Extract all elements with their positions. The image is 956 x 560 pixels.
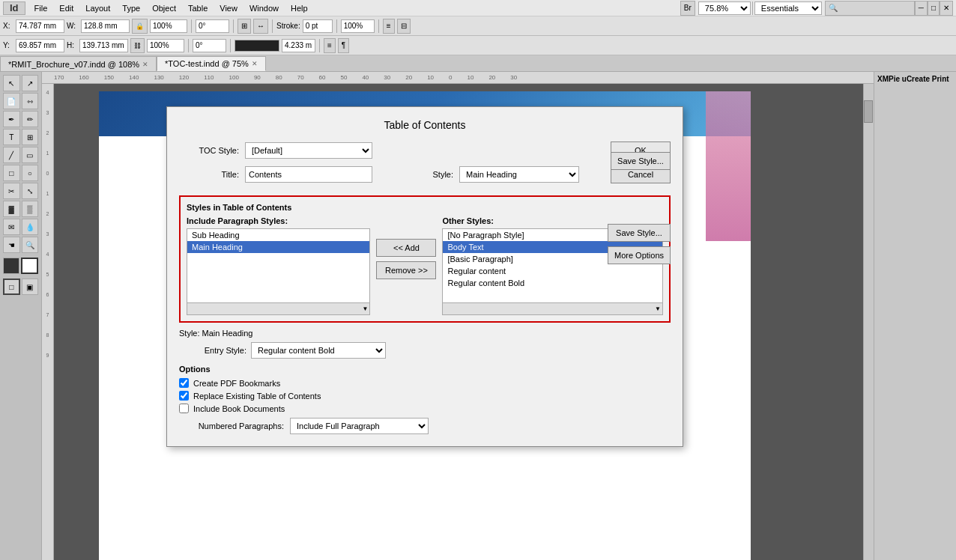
regular-content-item[interactable]: Regular content — [443, 265, 662, 277]
entry-style-row: Entry Style: Regular content Bold Regula… — [179, 342, 671, 359]
stroke-color[interactable] — [21, 258, 38, 274]
tab-brochure-close[interactable]: ✕ — [142, 61, 148, 68]
sub-heading-item[interactable]: Sub Heading — [187, 229, 369, 241]
align-tools[interactable]: ≡ — [383, 19, 395, 34]
maximize-btn[interactable]: □ — [928, 1, 940, 16]
color-row — [3, 258, 38, 274]
more-options-button[interactable]: More Options — [608, 246, 671, 264]
include-book-checkbox[interactable] — [179, 404, 189, 413]
gradient-tool[interactable]: ▓ — [3, 201, 20, 217]
bridge-button[interactable]: Br — [680, 1, 695, 16]
pencil-tool[interactable]: ✏ — [22, 111, 39, 127]
entry-style-select[interactable]: Regular content Bold Regular content Bod… — [251, 342, 386, 359]
ruler-vertical: 43210123456789 — [42, 84, 54, 560]
table-tool[interactable]: ⊞ — [22, 129, 39, 145]
normal-view[interactable]: □ — [3, 279, 20, 295]
other-scroll-arrow[interactable]: ▼ — [655, 305, 661, 312]
create-pdf-checkbox[interactable] — [179, 378, 189, 388]
scale-y-input[interactable] — [147, 39, 184, 52]
include-para-list[interactable]: Sub Heading Main Heading — [187, 228, 370, 303]
main-heading-item[interactable]: Main Heading — [187, 241, 369, 253]
create-pdf-label: Create PDF Bookmarks — [193, 379, 280, 388]
lock-btn[interactable]: 🔒 — [132, 19, 148, 34]
zoom-tool[interactable]: 🔍 — [22, 237, 39, 253]
tab-toc-close[interactable]: ✕ — [252, 60, 258, 67]
scale-x-input[interactable] — [150, 19, 187, 33]
angle1-input[interactable] — [196, 19, 229, 33]
y-input[interactable] — [16, 39, 64, 52]
document-page: Table of Contents TOC Style: [Default] O… — [99, 91, 751, 560]
para-tools[interactable]: ¶ — [338, 38, 349, 53]
stroke-width-input[interactable] — [282, 39, 315, 52]
x-input[interactable] — [16, 19, 64, 33]
canvas-scrollbar-v[interactable] — [863, 84, 874, 560]
distribute-tools[interactable]: ⊟ — [397, 19, 411, 34]
page-tool[interactable]: 📄 — [3, 93, 20, 109]
regular-content-bold-item[interactable]: Regular content Bold — [443, 277, 662, 289]
add-button[interactable]: << Add — [376, 239, 436, 257]
tab-toc[interactable]: *TOC-test.indd @ 75% ✕ — [157, 56, 266, 71]
select-tool[interactable]: ↖ — [3, 75, 20, 91]
preview-view[interactable]: ▣ — [22, 279, 38, 295]
essentials-select[interactable]: Essentials — [754, 1, 822, 15]
sep3 — [272, 19, 273, 33]
menu-type[interactable]: Type — [116, 0, 146, 16]
menu-object[interactable]: Object — [146, 0, 182, 16]
fill-color[interactable] — [3, 258, 19, 274]
zoom-select[interactable]: 75.8% — [698, 1, 751, 15]
constrain-btn[interactable]: ⛓ — [130, 38, 145, 53]
eyedrop-tool[interactable]: 💧 — [22, 219, 39, 235]
close-btn[interactable]: ✕ — [940, 1, 953, 16]
note-tool[interactable]: ✉ — [3, 219, 20, 235]
menu-table[interactable]: Table — [182, 0, 214, 16]
style-select[interactable]: Main Heading — [459, 166, 579, 183]
direct-select-tool[interactable]: ↗ — [22, 75, 39, 91]
add-remove-column: << Add Remove >> — [376, 216, 436, 279]
menu-view[interactable]: View — [214, 0, 243, 16]
replace-existing-checkbox[interactable] — [179, 391, 189, 401]
tool-row-10: ☚ 🔍 — [3, 237, 38, 253]
text-align-tools[interactable]: ≡ — [324, 38, 336, 53]
w-input[interactable] — [81, 19, 130, 33]
scrollbar-thumb-v[interactable] — [864, 100, 873, 123]
opacity-input[interactable] — [341, 19, 375, 33]
menu-file[interactable]: File — [28, 0, 54, 16]
gap-tool[interactable]: ⇿ — [22, 93, 39, 109]
h-input[interactable] — [79, 39, 128, 52]
hand-tool[interactable]: ☚ — [3, 237, 20, 253]
text-tool[interactable]: T — [3, 129, 20, 145]
ellipse-tool[interactable]: ○ — [22, 165, 39, 181]
create-pdf-row: Create PDF Bookmarks — [179, 378, 671, 388]
stroke-input[interactable] — [303, 19, 333, 33]
title-input[interactable] — [245, 166, 372, 183]
scissors-tool[interactable]: ✂ — [3, 183, 20, 199]
scroll-down-arrow[interactable]: ▼ — [363, 305, 369, 312]
flip-h[interactable]: ↔ — [253, 19, 268, 34]
line-tool[interactable]: ╱ — [3, 147, 20, 163]
menu-help[interactable]: Help — [285, 0, 314, 16]
gradient-swatch-tool[interactable]: ▒ — [22, 201, 39, 217]
menu-window[interactable]: Window — [243, 0, 285, 16]
canvas-content: Table of Contents TOC Style: [Default] O… — [54, 84, 874, 560]
minimize-btn[interactable]: ─ — [915, 1, 928, 16]
style-entry-row: Style: Main Heading — [179, 329, 671, 338]
save-style-button-2[interactable]: Save Style... — [608, 224, 671, 242]
angle2-input[interactable] — [193, 39, 226, 52]
toc-style-label: TOC Style: — [179, 146, 239, 155]
pen-tool[interactable]: ✒ — [3, 111, 20, 127]
remove-button[interactable]: Remove >> — [376, 261, 436, 279]
styles-columns: Include Paragraph Styles: Sub Heading Ma… — [187, 216, 663, 315]
transform-tools[interactable]: ⊞ — [238, 19, 251, 34]
rect-frame-tool[interactable]: ▭ — [22, 147, 39, 163]
numbered-para-select[interactable]: Include Full Paragraph Include Numbers O… — [290, 418, 429, 434]
rect-tool[interactable]: □ — [3, 165, 20, 181]
color-swatch-black[interactable] — [235, 40, 279, 52]
menu-layout[interactable]: Layout — [79, 0, 116, 16]
tab-brochure[interactable]: *RMIT_Brochure_v07.indd @ 108% ✕ — [0, 56, 157, 71]
menu-edit[interactable]: Edit — [53, 0, 79, 16]
free-transform-tool[interactable]: ⤡ — [22, 183, 39, 199]
toc-style-select[interactable]: [Default] — [245, 142, 372, 159]
search-btn[interactable]: 🔍 — [825, 1, 915, 16]
save-style-button[interactable]: Save Style... — [611, 152, 671, 170]
dialog-title: Table of Contents — [179, 119, 671, 131]
